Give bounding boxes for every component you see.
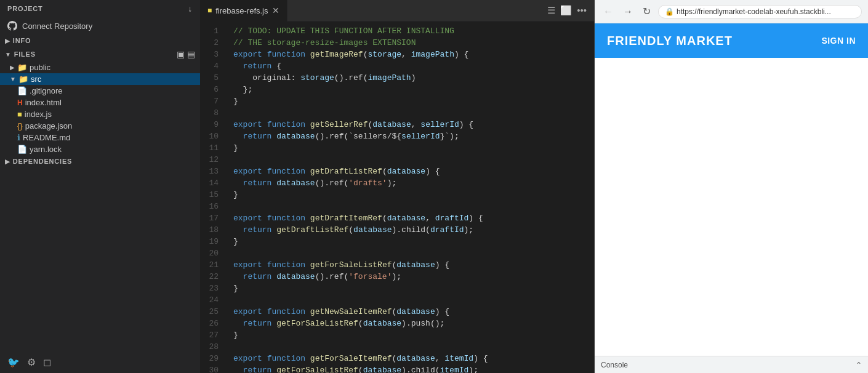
list-view-icon[interactable]: ☰ xyxy=(547,5,555,16)
sidebar: PROJECT ↓ Connect Repository ▶ INFO ▼ FI… xyxy=(0,0,200,373)
tree-item-public[interactable]: ▶ 📁 public xyxy=(0,62,200,73)
editor-area: ■ firebase-refs.js ✕ ☰ ⬜ ••• 12345678910… xyxy=(200,0,594,373)
file-icon: 📄 xyxy=(17,145,27,154)
code-line xyxy=(233,341,587,353)
download-icon[interactable]: ↓ xyxy=(188,4,193,14)
tree-item-package-json[interactable]: {} package.json xyxy=(0,120,200,132)
sidebar-header: PROJECT ↓ xyxy=(0,0,200,17)
forward-button[interactable]: → xyxy=(621,5,635,18)
code-editor: 1234567891011121314151617181920212223242… xyxy=(200,22,594,373)
code-line: return getForSaleListRef(database).push(… xyxy=(233,318,587,329)
code-line: export function getImageRef(storage, ima… xyxy=(233,49,587,60)
tab-bar: ■ firebase-refs.js ✕ ☰ ⬜ ••• xyxy=(200,0,594,22)
app-title: FRIENDLY MARKET xyxy=(607,34,733,48)
code-line: return database().ref(`sellers/${sellerI… xyxy=(233,130,587,142)
files-section-label[interactable]: ▼ FILES xyxy=(5,50,36,58)
more-options-icon[interactable]: ••• xyxy=(577,5,587,16)
browser-panel: ← → ↻ 🔒 https://friendlymarket-codelab-x… xyxy=(594,0,868,373)
code-line: } xyxy=(233,189,587,201)
code-line: }; xyxy=(233,84,587,95)
sign-in-button[interactable]: SIGN IN xyxy=(821,36,856,46)
code-line xyxy=(233,294,587,306)
code-line: export function getNewSaleItemRef(databa… xyxy=(233,306,587,318)
tree-item-src[interactable]: ▼ 📁 src xyxy=(0,73,200,85)
code-line: return getDraftListRef(database).child(d… xyxy=(233,224,587,236)
twitter-icon[interactable]: 🐦 xyxy=(7,356,20,368)
tab-label: firebase-refs.js xyxy=(215,6,268,15)
tree-item-index-js[interactable]: ■ index.js xyxy=(0,108,200,120)
line-numbers: 1234567891011121314151617181920212223242… xyxy=(200,22,226,373)
app-header: FRIENDLY MARKET SIGN IN xyxy=(595,23,868,58)
file-icon: 📄 xyxy=(17,86,27,95)
code-line: // TODO: UPDATE THIS FUNCTION AFTER INST… xyxy=(233,25,587,37)
split-editor-icon[interactable]: ⬜ xyxy=(560,5,572,16)
info-chevron-icon: ▶ xyxy=(5,38,10,44)
code-line: } xyxy=(233,95,587,107)
project-label: PROJECT xyxy=(7,5,43,12)
tree-item-label: yarn.lock xyxy=(30,145,62,154)
browser-content: FRIENDLY MARKET SIGN IN xyxy=(595,23,868,356)
tree-item-label: README.md xyxy=(23,133,70,142)
code-line: } xyxy=(233,236,587,247)
tree-item-index-html[interactable]: H index.html xyxy=(0,97,200,108)
code-line: export function getDraftItemRef(database… xyxy=(233,212,587,224)
tree-item-gitignore[interactable]: 📄 .gitignore xyxy=(0,85,200,97)
address-bar[interactable]: 🔒 https://friendlymarket-codelab-xeufuh.… xyxy=(658,5,862,18)
code-line: // THE storage-resize-images EXTENSION xyxy=(233,37,587,49)
code-content[interactable]: // TODO: UPDATE THIS FUNCTION AFTER INST… xyxy=(226,22,594,373)
tree-item-yarn-lock[interactable]: 📄 yarn.lock xyxy=(0,143,200,155)
reload-button[interactable]: ↻ xyxy=(640,4,653,18)
code-line xyxy=(233,154,587,166)
info-section[interactable]: ▶ INFO xyxy=(0,34,200,47)
dependencies-section[interactable]: ▶ DEPENDENCIES xyxy=(0,155,200,167)
code-line xyxy=(233,201,587,212)
expand-console-icon[interactable]: ⌃ xyxy=(856,361,862,369)
connect-repo-button[interactable]: Connect Repository xyxy=(0,17,200,34)
code-line: export function getSellerRef(database, s… xyxy=(233,119,587,130)
new-folder-icon[interactable]: ▤ xyxy=(187,49,195,59)
code-line: export function getDraftListRef(database… xyxy=(233,166,587,177)
back-button[interactable]: ← xyxy=(601,5,616,18)
new-file-icon[interactable]: ▣ xyxy=(177,49,185,59)
code-line: original: storage().ref(imagePath) xyxy=(233,72,587,84)
code-line: } xyxy=(233,142,587,154)
files-chevron-icon: ▼ xyxy=(5,51,12,58)
code-line: } xyxy=(233,329,587,341)
sidebar-bottom-icons: 🐦 ⚙ ◻ xyxy=(0,351,200,373)
tree-item-label: index.html xyxy=(25,98,62,107)
browser-toolbar: ← → ↻ 🔒 https://friendlymarket-codelab-x… xyxy=(595,0,868,23)
info-icon: ℹ xyxy=(17,133,20,142)
tree-item-readme[interactable]: ℹ README.md xyxy=(0,132,200,143)
json-icon: {} xyxy=(17,121,23,130)
chevron-down-icon: ▼ xyxy=(10,76,16,82)
js-icon: ■ xyxy=(17,110,22,119)
code-line: return database().ref('forsale'); xyxy=(233,271,587,283)
tree-item-label: src xyxy=(31,74,41,84)
folder-icon: 📁 xyxy=(18,74,28,84)
tree-item-label: public xyxy=(30,63,50,72)
code-line xyxy=(233,247,587,259)
code-line: export function getForSaleItemRef(databa… xyxy=(233,353,587,364)
url-text: https://friendlymarket-codelab-xeufuh.st… xyxy=(677,7,831,16)
tree-item-label: index.js xyxy=(25,110,52,119)
connect-repo-label: Connect Repository xyxy=(22,22,92,31)
github-bottom-icon[interactable]: ⚙ xyxy=(27,356,36,368)
code-line: } xyxy=(233,283,587,294)
code-line: return database().ref('drafts'); xyxy=(233,177,587,189)
lock-icon: 🔒 xyxy=(665,7,674,16)
files-section-header: ▼ FILES ▣ ▤ xyxy=(0,47,200,62)
tab-close-button[interactable]: ✕ xyxy=(272,6,279,15)
code-line xyxy=(233,107,587,119)
files-actions: ▣ ▤ xyxy=(177,49,195,59)
html-icon: H xyxy=(17,98,23,107)
tab-js-icon: ■ xyxy=(207,6,212,15)
code-line: return getForSaleListRef(database).child… xyxy=(233,364,587,373)
console-bar: Console ⌃ xyxy=(595,356,868,373)
console-label: Console xyxy=(601,361,628,369)
folder-icon: 📁 xyxy=(17,63,27,72)
share-icon[interactable]: ◻ xyxy=(43,356,51,368)
editor-tab[interactable]: ■ firebase-refs.js ✕ xyxy=(200,0,287,22)
github-icon xyxy=(7,21,17,31)
tab-right-actions: ☰ ⬜ ••• xyxy=(540,5,594,16)
code-line: export function getForSaleListRef(databa… xyxy=(233,259,587,271)
